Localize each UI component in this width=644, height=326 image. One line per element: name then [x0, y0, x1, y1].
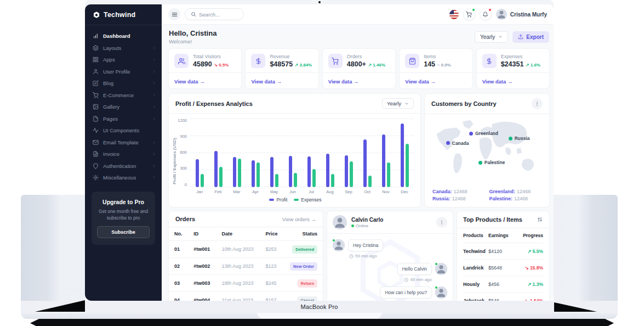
sidebar-item-miscellaneous[interactable]: Miscellaneous: [85, 172, 162, 184]
stat-card: Orders 4800+ ↗ 1.46% View data →: [323, 49, 395, 88]
avatar: [435, 263, 447, 275]
stat-label: Expenses: [501, 54, 540, 59]
map-menu-button[interactable]: [532, 98, 543, 109]
chevron-right-icon: [152, 140, 156, 144]
kebab-icon: [534, 101, 540, 106]
product-name: Jobstack: [463, 293, 488, 301]
brand[interactable]: Techwind: [85, 4, 162, 25]
chevron-right-icon: [152, 46, 156, 50]
chat-message: Hey Cristina 59 min ago: [333, 239, 447, 258]
products-column-header: Earnings: [488, 228, 517, 243]
stat-value: 45890 ↘ 0.5%: [193, 60, 229, 68]
product-earnings: $456: [488, 276, 517, 293]
bar-expenses: [350, 161, 353, 187]
bar-profit: [382, 134, 385, 187]
sidebar-item-dashboard[interactable]: Dashboard: [85, 30, 162, 42]
chat-menu-button[interactable]: [436, 217, 447, 228]
search-input[interactable]: [199, 12, 238, 18]
page-subtitle: Welcome!: [169, 38, 216, 44]
order-id: #tw002: [188, 258, 216, 275]
sidebar-item-apps[interactable]: Apps: [85, 54, 162, 66]
product-earnings: $5648: [488, 260, 517, 276]
sidebar-item-email-template[interactable]: Email Template: [85, 137, 162, 149]
export-button[interactable]: Export: [512, 31, 549, 43]
chat-message: Hello Calvin 45 min ago: [333, 263, 447, 282]
period-select[interactable]: Yearly: [475, 31, 508, 43]
sidebar-item-blog[interactable]: Blog: [85, 77, 162, 89]
techwind-logo-icon: [93, 11, 100, 19]
sidebar-item-layouts[interactable]: Layouts: [85, 42, 162, 54]
subscribe-button[interactable]: Subscribe: [97, 226, 150, 238]
search-box[interactable]: [185, 8, 244, 20]
sidebar-item-label: Apps: [103, 57, 115, 63]
bar-group: [307, 119, 316, 187]
chevron-right-icon: [152, 58, 156, 61]
sidebar-item-gallery[interactable]: Gallery: [85, 101, 162, 113]
laptop-screen: Techwind Dashboard Layouts Apps User Pro…: [85, 0, 554, 301]
chart-y-ticks: 12009006003000: [177, 119, 190, 187]
upgrade-text: Get one month free and subscribe to pro: [97, 208, 150, 222]
dollar-icon: [482, 54, 497, 68]
shopping-cart-icon: [328, 54, 343, 68]
world-map-graphic: [429, 116, 545, 186]
y-tick: 0: [185, 183, 187, 187]
laptop-base: [21, 313, 618, 319]
hamburger-menu-button[interactable]: [168, 8, 180, 20]
chart-plot: [190, 119, 414, 187]
sidebar-item-authentication[interactable]: Authentication: [85, 160, 162, 172]
view-orders-link[interactable]: View orders →: [282, 216, 316, 222]
chevron-right-icon: [152, 105, 156, 109]
chevron-right-icon: [152, 70, 156, 74]
view-data-link[interactable]: View data →: [405, 78, 436, 85]
bar-group: [252, 119, 260, 187]
chevron-right-icon: [152, 176, 156, 179]
sort-icon[interactable]: [537, 216, 543, 223]
bar-expenses: [368, 176, 372, 187]
view-data-link[interactable]: View data →: [482, 78, 513, 85]
x-tick: Sep: [339, 189, 358, 194]
online-dot: [435, 262, 438, 266]
chart-period-select[interactable]: Yearly: [382, 98, 414, 109]
x-tick: Aug: [321, 189, 339, 194]
settings-icon: [93, 175, 99, 181]
bar-group: [326, 119, 334, 187]
bar-group: [401, 119, 409, 187]
stat-label: Total Visitors: [193, 54, 229, 59]
bar-profit: [307, 156, 311, 187]
order-no: 02: [169, 258, 188, 275]
view-data-link[interactable]: View data →: [174, 78, 205, 85]
stat-value: $24351 ↗ 1.6%: [501, 60, 540, 68]
sidebar-item-ui-components[interactable]: UI Components: [85, 125, 162, 137]
sidebar-item-user-profile[interactable]: User Profile: [85, 66, 162, 78]
sidebar-item-e-commerce[interactable]: E-Commerce: [85, 89, 162, 102]
bar-profit: [214, 151, 218, 187]
stat-card: Revenue $48575 ↗ 3.84% View data →: [246, 49, 318, 88]
language-flag-button[interactable]: [449, 10, 459, 19]
sidebar-item-label: UI Components: [103, 127, 139, 133]
user-menu[interactable]: Cristina Murfy: [496, 9, 547, 20]
order-date: 21st Aug 2023: [216, 292, 260, 301]
chat-bubble: Hey Cristina: [348, 239, 383, 251]
legend-item: Profit: [269, 197, 287, 203]
cart-button[interactable]: [463, 8, 475, 20]
order-price: $253: [260, 241, 283, 258]
top-products-card: Top Products / Items ProductsEarningsPro…: [457, 211, 549, 301]
chat-contact-avatar: [333, 215, 347, 229]
user-icon: [93, 69, 99, 75]
map-title: Customers by Country: [431, 100, 497, 107]
chat-card: Calvin Carlo Online Hey Cristina 59 min …: [327, 211, 453, 301]
view-data-link[interactable]: View data →: [251, 78, 282, 85]
view-data-link[interactable]: View data →: [328, 78, 359, 85]
clock-icon: [349, 254, 354, 258]
sidebar-item-pages[interactable]: Pages: [85, 113, 162, 125]
status-badge: Cancel: [297, 296, 317, 301]
notifications-button[interactable]: [480, 8, 492, 20]
sidebar-item-invoice[interactable]: Invoice: [85, 148, 162, 160]
chat-bubble: Hello Calvin: [397, 263, 432, 275]
sidebar-item-label: Dashboard: [103, 33, 130, 39]
bar-expenses: [201, 174, 204, 187]
laptop-hinge: MacBook Pro: [21, 301, 618, 313]
bar-group: [289, 119, 297, 187]
cart-badge-dot: [472, 8, 475, 12]
shopping-bag-icon: [405, 54, 419, 68]
